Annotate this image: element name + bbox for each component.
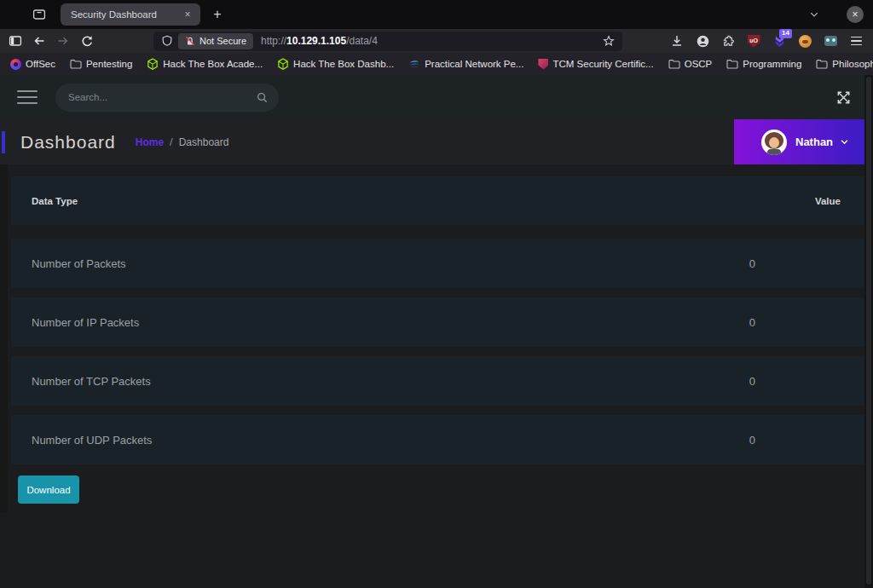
bookmark-label: Philosophy	[832, 59, 873, 69]
robot-extension-icon[interactable]	[822, 32, 839, 49]
bookmark-item-offsec[interactable]: OffSec	[10, 59, 55, 70]
row-value: 0	[749, 316, 755, 329]
page-scrollbar[interactable]	[864, 75, 873, 588]
orange-extension-icon[interactable]	[796, 32, 813, 49]
bookmark-item-htb-dashboard[interactable]: Hack The Box Dashb...	[277, 58, 394, 71]
column-header-data-type: Data Type	[32, 196, 78, 206]
ublock-text: uO	[749, 37, 758, 43]
htb-cube-icon	[277, 58, 289, 71]
account-icon[interactable]	[694, 32, 711, 49]
purple-extension-icon[interactable]: 14	[771, 32, 788, 49]
page-header: Dashboard Home / Dashboard Nathan	[0, 119, 873, 164]
app-top-bar	[0, 75, 873, 119]
breadcrumb-home-link[interactable]: Home	[136, 136, 164, 148]
row-value: 0	[749, 375, 755, 388]
tab-security-dashboard[interactable]: Security Dashboard ×	[61, 3, 200, 26]
dashboard-content: Data Type Value Number of Packets 0 Numb…	[0, 164, 873, 513]
url-bar[interactable]: Not Secure http://10.129.1.105/data/4	[153, 32, 622, 51]
browser-window: Security Dashboard × + × Not	[0, 0, 873, 588]
header-accent-bar	[2, 131, 5, 153]
new-tab-button[interactable]: +	[208, 5, 227, 24]
search-input[interactable]	[66, 91, 257, 103]
url-path: /data/4	[346, 35, 378, 47]
fullscreen-expand-icon[interactable]	[834, 88, 853, 107]
insecure-lock-icon	[185, 36, 195, 46]
search-box[interactable]	[55, 84, 279, 112]
tab-bar: Security Dashboard × + ×	[0, 0, 873, 29]
folder-icon	[70, 59, 82, 69]
reload-button[interactable]	[77, 32, 97, 50]
bookmark-folder-oscp[interactable]: OSCP	[668, 59, 713, 69]
scrollbar-thumb[interactable]	[866, 77, 871, 585]
navigation-toolbar: Not Secure http://10.129.1.105/data/4 uO	[0, 29, 873, 53]
extension-badge-count: 14	[779, 29, 792, 38]
table-row: Number of UDP Packets 0	[11, 415, 864, 464]
folder-icon	[726, 59, 738, 69]
row-label: Number of TCP Packets	[32, 375, 151, 388]
breadcrumb-current: Dashboard	[179, 136, 229, 148]
table-header-row: Data Type Value	[11, 176, 864, 225]
row-label: Number of Packets	[32, 257, 126, 270]
downloads-icon[interactable]	[668, 32, 685, 49]
bookmark-label: Pentesting	[86, 59, 132, 69]
folder-icon	[816, 59, 828, 69]
sidebar-hamburger-icon[interactable]	[17, 87, 38, 107]
folder-icon	[668, 59, 680, 69]
pnpt-wing-icon	[408, 59, 420, 70]
avatar	[761, 130, 787, 155]
url-text: http://10.129.1.105/data/4	[261, 35, 378, 47]
username: Nathan	[795, 135, 833, 148]
bookmark-label: Hack The Box Dashb...	[293, 59, 394, 69]
list-all-tabs-chevron-icon[interactable]	[809, 9, 819, 20]
search-icon[interactable]	[257, 92, 268, 103]
download-button[interactable]: Download	[18, 476, 79, 504]
tcm-shield-icon	[538, 59, 548, 70]
bookmark-label: OSCP	[685, 59, 713, 69]
not-secure-label: Not Secure	[199, 36, 246, 46]
table-row: Number of Packets 0	[11, 239, 864, 288]
bookmark-label: Hack The Box Acade...	[163, 59, 263, 69]
bookmark-item-tcm-security[interactable]: TCM Security Certific...	[538, 59, 653, 70]
extensions-puzzle-icon[interactable]	[720, 32, 737, 49]
forward-button[interactable]	[53, 32, 73, 50]
offsec-icon	[10, 59, 21, 70]
ublock-origin-icon[interactable]: uO	[745, 32, 762, 49]
htb-cube-icon	[147, 58, 159, 71]
row-label: Number of UDP Packets	[32, 434, 152, 447]
not-secure-chip[interactable]: Not Secure	[178, 33, 253, 49]
url-protocol: http://	[261, 35, 286, 47]
column-header-value: Value	[815, 196, 841, 206]
bookmark-item-htb-academy[interactable]: Hack The Box Acade...	[147, 58, 263, 71]
page-viewport: Dashboard Home / Dashboard Nathan Data T…	[0, 75, 873, 588]
bookmark-label: TCM Security Certific...	[552, 59, 653, 69]
page-title: Dashboard	[20, 132, 116, 153]
url-host: 10.129.1.105	[286, 35, 346, 47]
tab-title: Security Dashboard	[71, 9, 181, 20]
bookmark-folder-pentesting[interactable]: Pentesting	[70, 59, 132, 69]
back-button[interactable]	[29, 32, 49, 50]
bookmark-folder-philosophy[interactable]: Philosophy	[816, 59, 873, 69]
bookmark-label: OffSec	[26, 59, 55, 69]
tracking-protection-shield-icon[interactable]	[161, 35, 173, 47]
bookmark-label: Programming	[743, 59, 801, 69]
table-row: Number of IP Packets 0	[11, 297, 864, 347]
row-value: 0	[749, 434, 755, 447]
firefox-view-icon[interactable]	[29, 4, 49, 25]
tab-close-icon[interactable]: ×	[181, 8, 194, 21]
bookmark-star-icon[interactable]	[603, 35, 615, 47]
row-label: Number of IP Packets	[32, 316, 139, 329]
sidebar-toggle-icon[interactable]	[5, 32, 26, 50]
breadcrumb-separator: /	[170, 135, 173, 148]
window-close-button[interactable]: ×	[847, 6, 864, 23]
bookmark-folder-programming[interactable]: Programming	[726, 59, 801, 69]
toolbar-extensions-group: uO 14	[668, 32, 873, 49]
app-menu-icon[interactable]	[847, 32, 864, 49]
table-row: Number of TCP Packets 0	[11, 356, 864, 406]
breadcrumb: Home / Dashboard	[136, 135, 229, 148]
bookmark-item-practical-network[interactable]: Practical Network Pe...	[408, 59, 523, 70]
chevron-down-icon	[840, 137, 849, 147]
row-value: 0	[749, 257, 755, 270]
user-menu[interactable]: Nathan	[734, 119, 864, 164]
bookmark-label: Practical Network Pe...	[425, 59, 523, 69]
bookmarks-bar: OffSec Pentesting Hack The Box Acade... …	[0, 53, 873, 75]
